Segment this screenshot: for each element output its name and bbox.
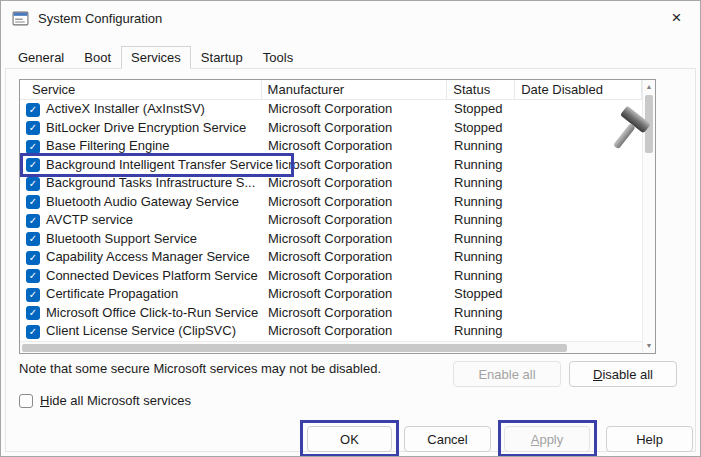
enable-all-button[interactable]: Enable all bbox=[453, 361, 561, 387]
service-manufacturer: Microsoft Corporation bbox=[268, 322, 392, 341]
apply-button[interactable]: Apply bbox=[504, 426, 590, 452]
service-service: Capability Access Manager Service bbox=[46, 248, 250, 267]
service-manufacturer: Microsoft Corporation bbox=[268, 193, 392, 212]
service-rows: ✓ActiveX Installer (AxInstSV)Microsoft C… bbox=[20, 100, 642, 341]
vertical-scrollbar[interactable]: ▲ ▼ bbox=[642, 80, 655, 353]
service-row[interactable]: ✓ActiveX Installer (AxInstSV)Microsoft C… bbox=[20, 100, 642, 119]
tab-general[interactable]: General bbox=[8, 46, 74, 69]
service-row[interactable]: ✓Capability Access Manager ServiceMicros… bbox=[20, 248, 642, 267]
service-status: Running bbox=[454, 230, 502, 249]
tab-boot[interactable]: Boot bbox=[74, 46, 121, 69]
scroll-down-icon[interactable]: ▼ bbox=[643, 342, 655, 350]
ok-button[interactable]: OK bbox=[307, 426, 392, 452]
service-row[interactable]: ✓Bluetooth Support ServiceMicrosoft Corp… bbox=[20, 230, 642, 249]
column-header-status[interactable]: Status bbox=[447, 80, 515, 99]
help-button[interactable]: Help bbox=[606, 426, 693, 452]
close-button[interactable]: × bbox=[654, 2, 699, 34]
cancel-button-label: Cancel bbox=[427, 432, 467, 447]
service-status: Running bbox=[454, 211, 502, 230]
service-checkbox-checked[interactable]: ✓ bbox=[26, 232, 40, 246]
hide-microsoft-services-checkbox[interactable]: Hide all Microsoft services bbox=[19, 393, 191, 408]
service-row[interactable]: ✓Microsoft Office Click-to-Run ServiceMi… bbox=[20, 304, 642, 323]
service-service: Connected Devices Platform Service bbox=[46, 267, 258, 286]
tab-bar: GeneralBootServicesStartupTools bbox=[8, 46, 303, 69]
service-row[interactable]: ✓Certificate PropagationMicrosoft Corpor… bbox=[20, 285, 642, 304]
service-checkbox-checked[interactable]: ✓ bbox=[26, 251, 40, 265]
service-manufacturer: Microsoft Corporation bbox=[268, 174, 392, 193]
service-service: BitLocker Drive Encryption Service bbox=[46, 119, 246, 138]
service-checkbox-checked[interactable]: ✓ bbox=[26, 214, 40, 228]
service-service: Bluetooth Audio Gateway Service bbox=[46, 193, 239, 212]
service-manufacturer: Microsoft Corporation bbox=[268, 156, 392, 175]
service-row[interactable]: ✓BitLocker Drive Encryption ServiceMicro… bbox=[20, 119, 642, 138]
service-status: Stopped bbox=[454, 119, 502, 138]
service-status: Running bbox=[454, 156, 502, 175]
scroll-up-icon[interactable]: ▲ bbox=[643, 83, 655, 91]
service-service: Microsoft Office Click-to-Run Service bbox=[46, 304, 258, 323]
service-checkbox-checked[interactable]: ✓ bbox=[26, 103, 40, 117]
service-row[interactable]: ✓Connected Devices Platform ServiceMicro… bbox=[20, 267, 642, 286]
checkbox-unchecked-icon[interactable] bbox=[19, 394, 33, 408]
service-row[interactable]: ✓Background Tasks Infrastructure S...Mic… bbox=[20, 174, 642, 193]
horizontal-scrollbar-thumb[interactable] bbox=[22, 344, 567, 352]
column-header-date-disabled[interactable]: Date Disabled bbox=[515, 80, 642, 99]
service-status: Running bbox=[454, 322, 502, 341]
app-icon bbox=[12, 10, 29, 27]
service-checkbox-checked[interactable]: ✓ bbox=[26, 158, 40, 172]
service-checkbox-checked[interactable]: ✓ bbox=[26, 306, 40, 320]
title-bar: System Configuration × bbox=[1, 1, 700, 35]
service-checkbox-checked[interactable]: ✓ bbox=[26, 195, 40, 209]
service-checkbox-checked[interactable]: ✓ bbox=[26, 288, 40, 302]
enable-all-label: Enable all bbox=[478, 367, 535, 382]
service-service: Client License Service (ClipSVC) bbox=[46, 322, 236, 341]
service-status: Running bbox=[454, 248, 502, 267]
disable-all-button[interactable]: Disable all bbox=[569, 361, 677, 387]
service-service: Background Intelligent Transfer Service bbox=[46, 156, 276, 175]
service-checkbox-checked[interactable]: ✓ bbox=[26, 121, 40, 135]
list-header: ServiceManufacturerStatusDate Disabled bbox=[20, 80, 642, 100]
tab-startup[interactable]: Startup bbox=[191, 46, 253, 69]
service-manufacturer: Microsoft Corporation bbox=[268, 211, 392, 230]
service-status: Running bbox=[454, 174, 502, 193]
service-row[interactable]: ✓Bluetooth Audio Gateway ServiceMicrosof… bbox=[20, 193, 642, 212]
service-row[interactable]: ✓Background Intelligent Transfer Service… bbox=[20, 156, 642, 175]
service-manufacturer: Microsoft Corporation bbox=[268, 100, 392, 119]
service-manufacturer: Microsoft Corporation bbox=[268, 119, 392, 138]
column-header-manufacturer[interactable]: Manufacturer bbox=[262, 80, 448, 99]
hide-microsoft-services-label: Hide all Microsoft services bbox=[40, 393, 191, 408]
service-service: ActiveX Installer (AxInstSV) bbox=[46, 100, 205, 119]
services-list: ServiceManufacturerStatusDate Disabled ✓… bbox=[19, 79, 656, 354]
service-status: Running bbox=[454, 304, 502, 323]
service-status: Stopped bbox=[454, 100, 502, 119]
tab-services[interactable]: Services bbox=[121, 46, 191, 69]
tab-tools[interactable]: Tools bbox=[253, 46, 303, 69]
service-manufacturer: Microsoft Corporation bbox=[268, 230, 392, 249]
horizontal-scrollbar[interactable] bbox=[20, 341, 642, 353]
apply-button-label: Apply bbox=[531, 432, 564, 447]
note-text: Note that some secure Microsoft services… bbox=[19, 361, 381, 376]
service-row[interactable]: ✓Client License Service (ClipSVC)Microso… bbox=[20, 322, 642, 341]
service-status: Stopped bbox=[454, 285, 502, 304]
service-checkbox-checked[interactable]: ✓ bbox=[26, 269, 40, 283]
cancel-button[interactable]: Cancel bbox=[404, 426, 491, 452]
ok-button-label: OK bbox=[340, 432, 359, 447]
service-service: Background Tasks Infrastructure S... bbox=[46, 174, 255, 193]
service-status: Running bbox=[454, 267, 502, 286]
service-checkbox-checked[interactable]: ✓ bbox=[26, 140, 40, 154]
help-button-label: Help bbox=[636, 432, 663, 447]
service-service: Base Filtering Engine bbox=[46, 137, 170, 156]
service-manufacturer: Microsoft Corporation bbox=[268, 304, 392, 323]
disable-all-label: Disable all bbox=[593, 367, 653, 382]
service-checkbox-checked[interactable]: ✓ bbox=[26, 325, 40, 339]
system-configuration-window: System Configuration × GeneralBootServic… bbox=[0, 0, 701, 457]
column-header-service[interactable]: Service bbox=[20, 80, 262, 99]
service-manufacturer: Microsoft Corporation bbox=[268, 137, 392, 156]
window-title: System Configuration bbox=[38, 11, 162, 26]
service-manufacturer: Microsoft Corporation bbox=[268, 267, 392, 286]
service-service: AVCTP service bbox=[46, 211, 133, 230]
service-service: Bluetooth Support Service bbox=[46, 230, 197, 249]
vertical-scrollbar-thumb[interactable] bbox=[645, 95, 653, 153]
service-row[interactable]: ✓Base Filtering EngineMicrosoft Corporat… bbox=[20, 137, 642, 156]
service-checkbox-checked[interactable]: ✓ bbox=[26, 177, 40, 191]
service-row[interactable]: ✓AVCTP serviceMicrosoft CorporationRunni… bbox=[20, 211, 642, 230]
